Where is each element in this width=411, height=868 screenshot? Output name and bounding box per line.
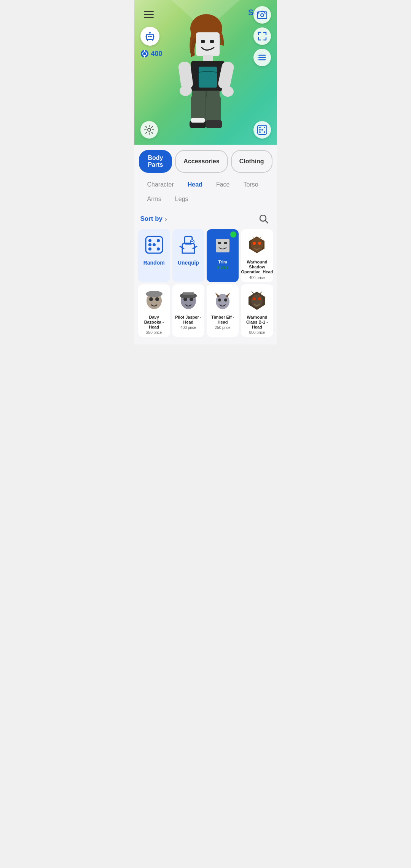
svg-point-4 — [149, 32, 151, 34]
random-dice-icon — [144, 235, 164, 255]
item-price-davy: 250 price — [146, 330, 162, 335]
character-svg — [171, 11, 240, 137]
main-panel: Body Parts Accessories Clothing Characte… — [134, 145, 277, 345]
svg-rect-27 — [199, 67, 217, 88]
davy-head-icon — [143, 289, 166, 311]
svg-point-44 — [264, 131, 265, 133]
svg-point-64 — [251, 238, 263, 252]
svg-rect-22 — [196, 32, 220, 56]
avatar-selector-button[interactable] — [140, 27, 159, 46]
svg-point-79 — [251, 294, 263, 307]
random-button[interactable]: Random — [138, 229, 170, 282]
item-trim[interactable]: Trim 0 price — [207, 229, 239, 282]
selection-indicator — [230, 287, 236, 293]
expand-button[interactable] — [253, 27, 271, 45]
svg-point-19 — [258, 57, 259, 58]
robux-icon — [140, 49, 149, 58]
unequip-figure-icon — [178, 235, 198, 255]
svg-rect-63 — [224, 242, 227, 244]
svg-point-66 — [258, 242, 261, 245]
tab-accessories[interactable]: Accessories — [175, 150, 228, 173]
timber-elf-icon — [211, 289, 234, 311]
subnav-torso[interactable]: Torso — [236, 178, 265, 191]
svg-rect-35 — [206, 95, 221, 124]
svg-point-54 — [153, 243, 156, 246]
tab-clothing[interactable]: Clothing — [231, 150, 272, 173]
svg-rect-2 — [150, 36, 152, 37]
svg-rect-0 — [147, 34, 153, 40]
unequip-button[interactable]: Unequip — [172, 229, 204, 282]
item-name-warhound-shadow: Warhound Shadow Operative_Head — [241, 260, 273, 275]
search-button[interactable] — [256, 212, 271, 226]
svg-point-45 — [261, 129, 263, 131]
svg-point-43 — [259, 131, 261, 133]
svg-point-65 — [253, 242, 256, 245]
randomize-button[interactable] — [253, 121, 271, 139]
menu-button[interactable] — [140, 6, 157, 23]
svg-point-41 — [259, 127, 261, 128]
item-name-davy: Davy Bazooka - Head — [140, 315, 168, 330]
menu-line-3 — [144, 17, 154, 18]
list-button[interactable] — [253, 49, 271, 66]
item-warhound-shadow[interactable]: Warhound Shadow Operative_Head 400 price — [241, 229, 273, 282]
item-timber-elf[interactable]: Timber Elf - Head 250 price — [207, 284, 239, 337]
tab-body-parts[interactable]: Body Parts — [139, 150, 172, 173]
warhound-b1-icon — [245, 289, 268, 311]
item-name-warhound-b1: Warhound Class B-1 - Head — [243, 315, 271, 330]
svg-point-18 — [258, 55, 259, 56]
svg-rect-62 — [218, 242, 221, 244]
item-price-timber-elf: 250 price — [215, 326, 231, 330]
currency-amount: 400 — [151, 50, 162, 58]
item-price-warhound-shadow: 400 price — [249, 276, 265, 280]
robot-icon — [144, 30, 156, 42]
right-controls — [253, 6, 271, 66]
svg-rect-23 — [201, 40, 205, 43]
item-name-pilot-jasper: Pilot Jasper - Head — [175, 315, 202, 325]
subnav-legs[interactable]: Legs — [168, 193, 195, 206]
item-pilot-jasper[interactable]: Pilot Jasper - Head 400 price — [172, 284, 204, 337]
photo-button[interactable] — [253, 6, 271, 24]
subnav-face[interactable]: Face — [209, 178, 237, 191]
svg-point-52 — [148, 247, 151, 251]
svg-point-68 — [149, 297, 153, 301]
item-name-timber-elf: Timber Elf - Head — [209, 315, 236, 325]
item-warhound-b1[interactable]: Warhound Class B-1 - Head 800 price — [241, 284, 273, 337]
svg-point-53 — [157, 247, 160, 251]
svg-point-20 — [258, 59, 259, 61]
random-icon — [141, 231, 167, 258]
svg-point-51 — [157, 239, 160, 242]
sort-arrow: › — [165, 215, 167, 223]
svg-rect-75 — [182, 292, 194, 295]
svg-rect-61 — [216, 239, 229, 252]
subnav-arms[interactable]: Arms — [140, 193, 168, 206]
settings-button[interactable] — [140, 121, 158, 139]
character-viewport: 400 Save — [134, 0, 277, 145]
items-grid: Random Unequip — [134, 229, 277, 337]
svg-point-14 — [261, 14, 264, 17]
item-price-trim: 0 price — [217, 265, 228, 270]
item-davy[interactable]: Davy Bazooka - Head 250 price — [138, 284, 170, 337]
sort-label[interactable]: Sort by — [140, 215, 163, 223]
svg-point-69 — [155, 297, 159, 301]
expand-icon — [257, 31, 267, 41]
selection-indicator — [265, 231, 271, 238]
photo-icon — [257, 11, 267, 19]
svg-point-77 — [218, 298, 221, 302]
unequip-icon — [175, 231, 202, 258]
unequip-label: Unequip — [178, 260, 199, 266]
svg-point-70 — [146, 291, 162, 297]
menu-line-1 — [144, 11, 154, 12]
subnav-character[interactable]: Character — [140, 178, 181, 191]
svg-rect-24 — [210, 40, 214, 43]
svg-point-78 — [224, 298, 227, 302]
category-tabs: Body Parts Accessories Clothing — [134, 145, 277, 177]
svg-point-42 — [264, 127, 265, 128]
svg-rect-13 — [258, 12, 267, 19]
svg-rect-37 — [206, 120, 222, 128]
svg-rect-38 — [191, 118, 205, 123]
search-icon — [259, 214, 269, 224]
subnav-head[interactable]: Head — [181, 178, 209, 191]
item-price-pilot-jasper: 400 price — [180, 326, 196, 330]
selection-indicator — [196, 287, 202, 293]
random-label: Random — [143, 260, 165, 266]
